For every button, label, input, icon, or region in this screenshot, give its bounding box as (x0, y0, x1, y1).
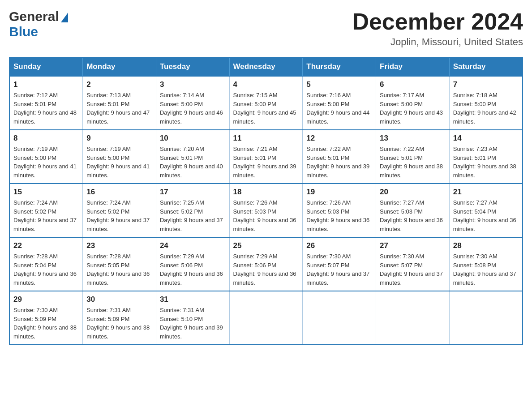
day-info: Sunrise: 7:26 AMSunset: 5:03 PMDaylight:… (306, 198, 372, 233)
day-info: Sunrise: 7:27 AMSunset: 5:03 PMDaylight:… (380, 198, 446, 233)
day-info: Sunrise: 7:15 AMSunset: 5:00 PMDaylight:… (233, 91, 299, 126)
logo-general-text: General (9, 9, 59, 24)
calendar-cell: 13 Sunrise: 7:22 AMSunset: 5:01 PMDaylig… (376, 130, 450, 184)
calendar-cell: 10 Sunrise: 7:20 AMSunset: 5:01 PMDaylig… (156, 130, 229, 184)
day-info: Sunrise: 7:24 AMSunset: 5:02 PMDaylight:… (86, 198, 152, 233)
calendar-week-5: 29 Sunrise: 7:30 AMSunset: 5:09 PMDaylig… (9, 291, 523, 345)
day-info: Sunrise: 7:30 AMSunset: 5:08 PMDaylight:… (453, 252, 519, 287)
day-number: 5 (306, 80, 372, 89)
col-header-monday: Monday (83, 57, 156, 76)
day-info: Sunrise: 7:31 AMSunset: 5:09 PMDaylight:… (86, 306, 152, 341)
col-header-saturday: Saturday (449, 57, 523, 76)
day-number: 27 (380, 241, 446, 250)
day-number: 6 (380, 80, 446, 89)
col-header-wednesday: Wednesday (229, 57, 303, 76)
calendar-cell: 21 Sunrise: 7:27 AMSunset: 5:04 PMDaylig… (449, 184, 523, 237)
calendar-cell (449, 291, 523, 345)
title-block: December 2024 Joplin, Missouri, United S… (352, 9, 523, 48)
day-number: 18 (233, 188, 299, 197)
calendar-cell: 12 Sunrise: 7:22 AMSunset: 5:01 PMDaylig… (303, 130, 376, 184)
calendar-cell: 22 Sunrise: 7:28 AMSunset: 5:04 PMDaylig… (9, 237, 83, 291)
day-info: Sunrise: 7:19 AMSunset: 5:00 PMDaylight:… (13, 145, 79, 180)
calendar-cell: 16 Sunrise: 7:24 AMSunset: 5:02 PMDaylig… (83, 184, 156, 237)
calendar-week-4: 22 Sunrise: 7:28 AMSunset: 5:04 PMDaylig… (9, 237, 523, 291)
day-number: 13 (380, 134, 446, 143)
day-info: Sunrise: 7:28 AMSunset: 5:05 PMDaylight:… (86, 252, 152, 287)
day-info: Sunrise: 7:13 AMSunset: 5:01 PMDaylight:… (86, 91, 152, 126)
calendar-cell: 26 Sunrise: 7:30 AMSunset: 5:07 PMDaylig… (303, 237, 376, 291)
day-info: Sunrise: 7:14 AMSunset: 5:00 PMDaylight:… (160, 91, 226, 126)
logo-arrow-icon (61, 13, 68, 22)
calendar-cell: 29 Sunrise: 7:30 AMSunset: 5:09 PMDaylig… (9, 291, 83, 345)
calendar-cell: 17 Sunrise: 7:25 AMSunset: 5:02 PMDaylig… (156, 184, 229, 237)
day-info: Sunrise: 7:30 AMSunset: 5:07 PMDaylight:… (306, 252, 372, 287)
day-number: 21 (453, 188, 519, 197)
day-info: Sunrise: 7:29 AMSunset: 5:06 PMDaylight:… (160, 252, 226, 287)
calendar-cell: 24 Sunrise: 7:29 AMSunset: 5:06 PMDaylig… (156, 237, 229, 291)
calendar-cell: 3 Sunrise: 7:14 AMSunset: 5:00 PMDayligh… (156, 76, 229, 130)
day-number: 15 (13, 188, 79, 197)
day-number: 29 (13, 295, 79, 304)
calendar-cell (303, 291, 376, 345)
location-subtitle: Joplin, Missouri, United States (352, 36, 523, 48)
day-number: 30 (86, 295, 152, 304)
day-number: 24 (160, 241, 226, 250)
calendar-cell: 9 Sunrise: 7:19 AMSunset: 5:00 PMDayligh… (83, 130, 156, 184)
day-number: 2 (86, 80, 152, 89)
calendar-week-3: 15 Sunrise: 7:24 AMSunset: 5:02 PMDaylig… (9, 184, 523, 237)
day-info: Sunrise: 7:22 AMSunset: 5:01 PMDaylight:… (306, 145, 372, 180)
day-info: Sunrise: 7:20 AMSunset: 5:01 PMDaylight:… (160, 145, 226, 180)
calendar-cell: 23 Sunrise: 7:28 AMSunset: 5:05 PMDaylig… (83, 237, 156, 291)
day-info: Sunrise: 7:22 AMSunset: 5:01 PMDaylight:… (380, 145, 446, 180)
day-number: 3 (160, 80, 226, 89)
calendar-cell: 2 Sunrise: 7:13 AMSunset: 5:01 PMDayligh… (83, 76, 156, 130)
calendar-cell: 20 Sunrise: 7:27 AMSunset: 5:03 PMDaylig… (376, 184, 450, 237)
day-number: 22 (13, 241, 79, 250)
day-info: Sunrise: 7:31 AMSunset: 5:10 PMDaylight:… (160, 306, 226, 341)
day-number: 19 (306, 188, 372, 197)
day-number: 11 (233, 134, 299, 143)
day-number: 25 (233, 241, 299, 250)
logo-blue-text: Blue (9, 24, 38, 39)
day-info: Sunrise: 7:17 AMSunset: 5:00 PMDaylight:… (380, 91, 446, 126)
day-number: 8 (13, 134, 79, 143)
calendar-cell: 31 Sunrise: 7:31 AMSunset: 5:10 PMDaylig… (156, 291, 229, 345)
calendar-cell: 6 Sunrise: 7:17 AMSunset: 5:00 PMDayligh… (376, 76, 450, 130)
logo: General Blue (9, 9, 68, 39)
day-info: Sunrise: 7:24 AMSunset: 5:02 PMDaylight:… (13, 198, 79, 233)
calendar-cell: 1 Sunrise: 7:12 AMSunset: 5:01 PMDayligh… (9, 76, 83, 130)
day-number: 26 (306, 241, 372, 250)
calendar-cell: 8 Sunrise: 7:19 AMSunset: 5:00 PMDayligh… (9, 130, 83, 184)
calendar-cell: 14 Sunrise: 7:23 AMSunset: 5:01 PMDaylig… (449, 130, 523, 184)
calendar-table: SundayMondayTuesdayWednesdayThursdayFrid… (9, 57, 523, 345)
day-info: Sunrise: 7:27 AMSunset: 5:04 PMDaylight:… (453, 198, 519, 233)
col-header-tuesday: Tuesday (156, 57, 229, 76)
col-header-sunday: Sunday (9, 57, 83, 76)
calendar-cell: 4 Sunrise: 7:15 AMSunset: 5:00 PMDayligh… (229, 76, 303, 130)
day-info: Sunrise: 7:28 AMSunset: 5:04 PMDaylight:… (13, 252, 79, 287)
day-info: Sunrise: 7:16 AMSunset: 5:00 PMDaylight:… (306, 91, 372, 126)
col-header-friday: Friday (376, 57, 450, 76)
calendar-week-1: 1 Sunrise: 7:12 AMSunset: 5:01 PMDayligh… (9, 76, 523, 130)
day-number: 14 (453, 134, 519, 143)
calendar-cell: 30 Sunrise: 7:31 AMSunset: 5:09 PMDaylig… (83, 291, 156, 345)
col-header-thursday: Thursday (303, 57, 376, 76)
calendar-week-2: 8 Sunrise: 7:19 AMSunset: 5:00 PMDayligh… (9, 130, 523, 184)
day-number: 20 (380, 188, 446, 197)
day-number: 4 (233, 80, 299, 89)
day-info: Sunrise: 7:30 AMSunset: 5:09 PMDaylight:… (13, 306, 79, 341)
day-number: 1 (13, 80, 79, 89)
calendar-cell: 5 Sunrise: 7:16 AMSunset: 5:00 PMDayligh… (303, 76, 376, 130)
day-info: Sunrise: 7:19 AMSunset: 5:00 PMDaylight:… (86, 145, 152, 180)
calendar-cell (376, 291, 450, 345)
day-number: 28 (453, 241, 519, 250)
calendar-cell (229, 291, 303, 345)
calendar-cell: 18 Sunrise: 7:26 AMSunset: 5:03 PMDaylig… (229, 184, 303, 237)
day-info: Sunrise: 7:12 AMSunset: 5:01 PMDaylight:… (13, 91, 79, 126)
day-info: Sunrise: 7:18 AMSunset: 5:00 PMDaylight:… (453, 91, 519, 126)
day-info: Sunrise: 7:21 AMSunset: 5:01 PMDaylight:… (233, 145, 299, 180)
day-number: 23 (86, 241, 152, 250)
calendar-cell: 7 Sunrise: 7:18 AMSunset: 5:00 PMDayligh… (449, 76, 523, 130)
day-info: Sunrise: 7:25 AMSunset: 5:02 PMDaylight:… (160, 198, 226, 233)
calendar-cell: 25 Sunrise: 7:29 AMSunset: 5:06 PMDaylig… (229, 237, 303, 291)
